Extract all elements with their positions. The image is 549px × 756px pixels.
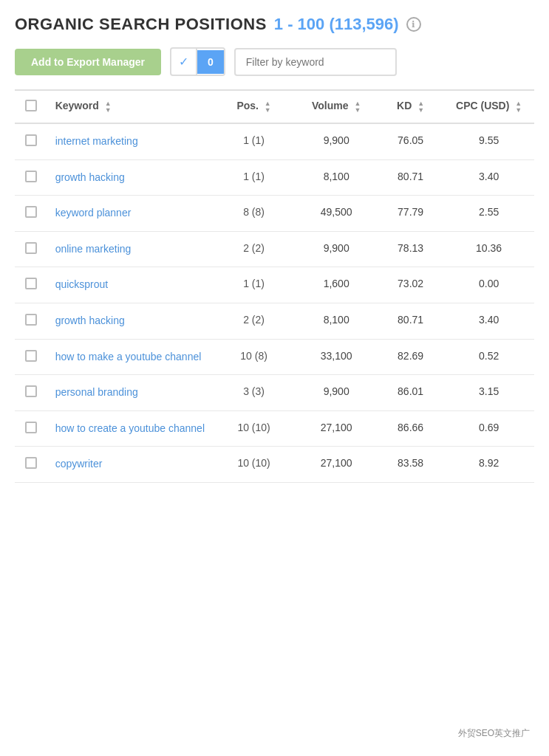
filter-input[interactable] [234, 48, 397, 76]
row-kd: 80.71 [378, 303, 443, 339]
row-pos: 10 (10) [213, 447, 296, 483]
sort-volume-icon: ▲▼ [354, 100, 361, 114]
row-kd: 73.02 [378, 267, 443, 303]
row-pos: 1 (1) [213, 267, 296, 303]
row-kd: 76.05 [378, 123, 443, 159]
row-pos: 1 (1) [213, 123, 296, 159]
row-checkbox-cell[interactable] [15, 447, 48, 483]
table-row: personal branding 3 (3) 9,900 86.01 3.15 [15, 375, 534, 411]
row-keyword: online marketing [48, 231, 213, 267]
sort-pos-icon: ▲▼ [265, 100, 271, 114]
row-kd: 78.13 [378, 231, 443, 267]
page-title: ORGANIC SEARCH POSITIONS [15, 15, 267, 34]
row-keyword: keyword planner [48, 196, 213, 232]
row-pos: 10 (10) [213, 410, 296, 447]
row-volume: 9,900 [295, 231, 378, 267]
page-header: ORGANIC SEARCH POSITIONS 1 - 100 (113,59… [15, 15, 534, 34]
keyword-link[interactable]: how to create a youtube channel [55, 422, 205, 434]
row-checkbox[interactable] [25, 278, 37, 289]
row-keyword: internet marketing [48, 123, 213, 159]
row-cpc: 2.55 [443, 196, 534, 232]
row-cpc: 3.40 [443, 159, 534, 196]
row-kd: 82.69 [378, 339, 443, 375]
row-checkbox[interactable] [25, 422, 37, 433]
row-cpc: 10.36 [443, 231, 534, 267]
row-checkbox[interactable] [25, 242, 37, 254]
keyword-link[interactable]: internet marketing [55, 135, 138, 147]
table-row: growth hacking 1 (1) 8,100 80.71 3.40 [15, 159, 534, 196]
row-cpc: 0.69 [443, 410, 534, 447]
row-volume: 9,900 [295, 123, 378, 159]
row-checkbox[interactable] [25, 134, 37, 146]
row-checkbox-cell[interactable] [15, 231, 48, 267]
table-row: growth hacking 2 (2) 8,100 80.71 3.40 [15, 303, 534, 339]
row-keyword: growth hacking [48, 303, 213, 339]
header-checkbox[interactable] [25, 100, 37, 111]
row-checkbox-cell[interactable] [15, 375, 48, 411]
keyword-link[interactable]: personal branding [55, 386, 138, 398]
row-checkbox-cell[interactable] [15, 159, 48, 196]
col-header-checkbox[interactable] [15, 90, 48, 123]
row-checkbox[interactable] [25, 314, 37, 326]
row-keyword: personal branding [48, 375, 213, 411]
row-kd: 86.66 [378, 410, 443, 447]
row-keyword: how to create a youtube channel [48, 410, 213, 447]
row-volume: 8,100 [295, 303, 378, 339]
watermark: 外贸SEO英文推广 [452, 724, 536, 743]
row-keyword: quicksprout [48, 267, 213, 303]
row-volume: 1,600 [295, 267, 378, 303]
row-checkbox[interactable] [25, 171, 37, 182]
table-row: internet marketing 1 (1) 9,900 76.05 9.5… [15, 123, 534, 159]
row-volume: 8,100 [295, 159, 378, 196]
row-cpc: 3.15 [443, 375, 534, 411]
keyword-link[interactable]: growth hacking [55, 171, 125, 183]
col-header-cpc[interactable]: CPC (USD) ▲▼ [443, 90, 534, 123]
table-row: how to create a youtube channel 10 (10) … [15, 410, 534, 447]
row-pos: 8 (8) [213, 196, 296, 232]
col-header-keyword[interactable]: Keyword ▲▼ [48, 90, 213, 123]
row-cpc: 0.00 [443, 267, 534, 303]
row-pos: 1 (1) [213, 159, 296, 196]
keyword-link[interactable]: how to make a youtube channel [55, 351, 202, 362]
row-kd: 86.01 [378, 375, 443, 411]
col-header-pos[interactable]: Pos. ▲▼ [213, 90, 296, 123]
toolbar: Add to Export Manager ✓ 0 [15, 47, 534, 76]
row-cpc: 3.40 [443, 303, 534, 339]
row-volume: 27,100 [295, 447, 378, 483]
row-keyword: growth hacking [48, 159, 213, 196]
row-checkbox[interactable] [25, 206, 37, 218]
results-table: Keyword ▲▼ Pos. ▲▼ Volume ▲▼ KD ▲▼ CPC (… [15, 89, 534, 483]
col-header-kd[interactable]: KD ▲▼ [378, 90, 443, 123]
keyword-link[interactable]: quicksprout [55, 278, 109, 290]
keyword-link[interactable]: keyword planner [55, 207, 132, 219]
row-cpc: 9.55 [443, 123, 534, 159]
row-checkbox-cell[interactable] [15, 410, 48, 447]
sort-cpc-icon: ▲▼ [515, 100, 522, 114]
table-row: online marketing 2 (2) 9,900 78.13 10.36 [15, 231, 534, 267]
row-checkbox-cell[interactable] [15, 267, 48, 303]
info-icon[interactable]: ℹ [406, 17, 421, 32]
export-button[interactable]: Add to Export Manager [15, 49, 161, 75]
row-keyword: how to make a youtube channel [48, 339, 213, 375]
row-volume: 33,100 [295, 339, 378, 375]
page-title-range: 1 - 100 (113,596) [274, 15, 399, 34]
row-pos: 2 (2) [213, 303, 296, 339]
row-pos: 10 (8) [213, 339, 296, 375]
keyword-link[interactable]: copywriter [55, 458, 103, 470]
keyword-link[interactable]: growth hacking [55, 315, 125, 326]
row-keyword: copywriter [48, 447, 213, 483]
col-header-volume[interactable]: Volume ▲▼ [295, 90, 378, 123]
table-row: quicksprout 1 (1) 1,600 73.02 0.00 [15, 267, 534, 303]
table-row: copywriter 10 (10) 27,100 83.58 8.92 [15, 447, 534, 483]
row-checkbox-cell[interactable] [15, 196, 48, 232]
checkmark-icon: ✓ [171, 49, 197, 75]
row-checkbox[interactable] [25, 457, 37, 469]
row-checkbox-cell[interactable] [15, 339, 48, 375]
row-checkbox-cell[interactable] [15, 123, 48, 159]
row-kd: 83.58 [378, 447, 443, 483]
row-checkbox-cell[interactable] [15, 303, 48, 339]
keyword-link[interactable]: online marketing [55, 243, 132, 255]
row-checkbox[interactable] [25, 350, 37, 362]
selected-count-container: ✓ 0 [170, 47, 225, 76]
row-checkbox[interactable] [25, 385, 37, 397]
